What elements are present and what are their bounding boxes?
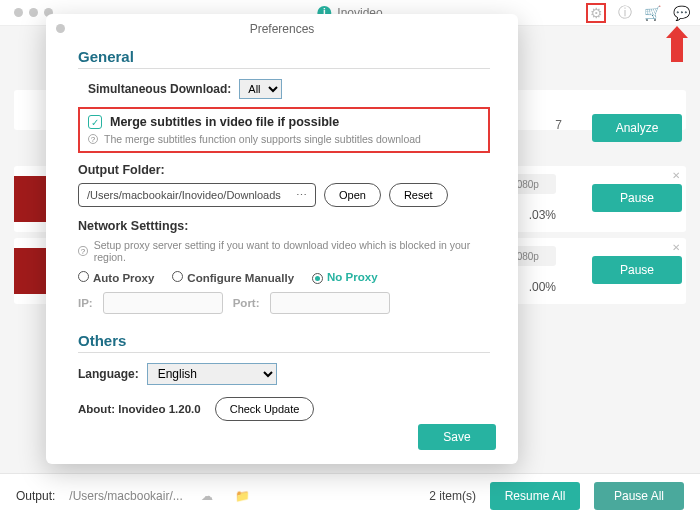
ip-label: IP: <box>78 297 93 309</box>
footer-bar: Output: /Users/macbookair/... ☁ 📁 2 item… <box>0 473 700 517</box>
open-button[interactable]: Open <box>324 183 381 207</box>
dialog-header: Preferences <box>46 14 518 44</box>
pause-all-button[interactable]: Pause All <box>594 482 684 510</box>
save-button[interactable]: Save <box>418 424 496 450</box>
info-icon[interactable]: ⓘ <box>618 4 632 22</box>
folder-icon[interactable]: 📁 <box>235 489 250 503</box>
dialog-close-icon[interactable] <box>56 24 65 33</box>
language-label: Language: <box>78 367 139 381</box>
preferences-dialog: Preferences General Simultaneous Downloa… <box>46 14 518 464</box>
pause-button[interactable]: Pause <box>592 184 682 212</box>
output-folder-value: /Users/macbookair/Inovideo/Downloads <box>87 189 281 201</box>
simultaneous-download-label: Simultaneous Download: <box>88 82 231 96</box>
section-general: General <box>78 48 490 69</box>
simultaneous-download-select[interactable]: All <box>239 79 282 99</box>
port-input[interactable] <box>270 292 390 314</box>
output-folder-label: Output Folder: <box>78 163 490 177</box>
merge-subtitles-hint: The merge subtitles function only suppor… <box>104 133 421 145</box>
close-icon[interactable]: ✕ <box>672 242 680 253</box>
proxy-manual-radio[interactable]: Configure Manually <box>172 271 294 284</box>
url-trailing: 7 <box>555 118 562 132</box>
output-folder-field[interactable]: /Users/macbookair/Inovideo/Downloads ⋯ <box>78 183 316 207</box>
merge-subtitles-checkbox[interactable]: ✓ <box>88 115 102 129</box>
section-others: Others <box>78 332 490 353</box>
items-count: 2 item(s) <box>429 489 476 503</box>
about-label: About: Inovideo 1.20.0 <box>78 403 201 415</box>
pause-button[interactable]: Pause <box>592 256 682 284</box>
hint-icon: ? <box>78 246 88 256</box>
merge-subtitles-highlight: ✓ Merge subtitles in video file if possi… <box>78 107 490 153</box>
cloud-icon[interactable]: ☁ <box>201 489 213 503</box>
cart-icon[interactable]: 🛒 <box>644 5 661 21</box>
progress-percent: .03% <box>529 208 556 222</box>
proxy-auto-radio[interactable]: Auto Proxy <box>78 271 154 284</box>
hint-icon: ? <box>88 134 98 144</box>
ellipsis-icon[interactable]: ⋯ <box>296 189 307 202</box>
network-settings-hint: Setup proxy server setting if you want t… <box>94 239 490 263</box>
language-select[interactable]: English <box>147 363 277 385</box>
resume-all-button[interactable]: Resume All <box>490 482 580 510</box>
ip-input[interactable] <box>103 292 223 314</box>
output-path: /Users/macbookair/... <box>69 489 182 503</box>
output-label: Output: <box>16 489 55 503</box>
highlight-arrow <box>666 26 688 66</box>
progress-percent: .00% <box>529 280 556 294</box>
check-update-button[interactable]: Check Update <box>215 397 315 421</box>
merge-subtitles-label: Merge subtitles in video file if possibl… <box>110 115 339 129</box>
dialog-title: Preferences <box>250 22 315 36</box>
proxy-none-radio[interactable]: No Proxy <box>312 271 378 284</box>
settings-icon[interactable]: ⚙ <box>586 3 606 23</box>
close-icon[interactable]: ✕ <box>672 170 680 181</box>
reset-button[interactable]: Reset <box>389 183 448 207</box>
analyze-button[interactable]: Analyze <box>592 114 682 142</box>
port-label: Port: <box>233 297 260 309</box>
chat-icon[interactable]: 💬 <box>673 5 690 21</box>
network-settings-label: Network Setttings: <box>78 219 490 233</box>
